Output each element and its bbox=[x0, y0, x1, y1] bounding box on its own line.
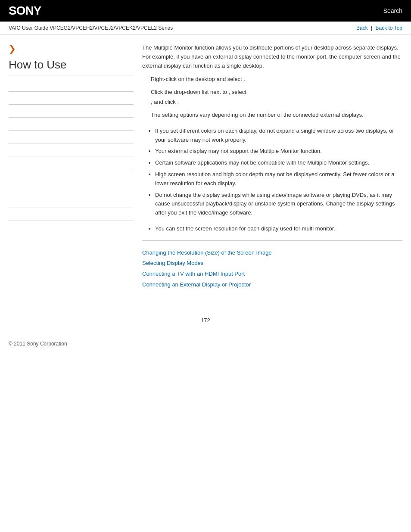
hint-section: You can set the screen resolution for ea… bbox=[142, 224, 402, 233]
sony-logo: SONY bbox=[9, 4, 41, 18]
list-item bbox=[9, 105, 134, 118]
list-item bbox=[9, 118, 134, 131]
footer: © 2011 Sony Corporation bbox=[0, 332, 411, 355]
sidebar-title: How to Use bbox=[9, 58, 134, 75]
notes-section: If you set different colors on each disp… bbox=[142, 127, 402, 218]
search-button[interactable]: Search bbox=[383, 7, 402, 14]
related-links: Changing the Resolution (Size) of the Sc… bbox=[142, 248, 402, 290]
sidebar-arrow: ❯ bbox=[9, 44, 134, 54]
nav-links: Back | Back to Top bbox=[356, 25, 402, 31]
nav-bar: VAIO User Guide VPCEG2/VPCEH2/VPCEJ2/VPC… bbox=[0, 22, 411, 35]
list-item bbox=[9, 195, 134, 208]
note-item: Your external display may not support th… bbox=[155, 147, 402, 156]
divider-bottom bbox=[142, 297, 402, 297]
note-item: If you set different colors on each disp… bbox=[155, 127, 402, 145]
list-item bbox=[9, 169, 134, 182]
hint-item: You can set the screen resolution for ea… bbox=[155, 224, 402, 233]
list-item bbox=[9, 131, 134, 143]
list-item bbox=[9, 182, 134, 195]
intro-text: The Multiple Monitor function allows you… bbox=[142, 44, 402, 70]
related-link-2[interactable]: Selecting Display Modes bbox=[142, 258, 402, 269]
related-link-4[interactable]: Connecting an External Display or Projec… bbox=[142, 280, 402, 290]
copyright-text: © 2011 Sony Corporation bbox=[9, 341, 67, 347]
guide-title: VAIO User Guide VPCEG2/VPCEH2/VPCEJ2/VPC… bbox=[9, 25, 173, 31]
step-1: Right-click on the desktop and select . bbox=[151, 75, 402, 84]
list-item bbox=[9, 143, 134, 156]
list-item bbox=[9, 92, 134, 105]
main-content: ❯ How to Use The Multiple Monitor functi… bbox=[0, 35, 411, 313]
related-link-3[interactable]: Connecting a TV with an HDMI Input Port bbox=[142, 269, 402, 280]
note-item: Certain software applications may not be… bbox=[155, 159, 402, 168]
back-link[interactable]: Back bbox=[356, 25, 368, 31]
step2-text: Click the drop-down list next to , selec… bbox=[151, 89, 246, 95]
step3-text: The setting options vary depending on th… bbox=[151, 112, 364, 118]
related-link-1[interactable]: Changing the Resolution (Size) of the Sc… bbox=[142, 248, 402, 258]
sidebar: ❯ How to Use bbox=[9, 44, 134, 304]
list-item bbox=[9, 79, 134, 92]
list-item bbox=[9, 208, 134, 221]
step1-text: Right-click on the desktop and select . bbox=[151, 76, 245, 82]
note-item: Do not change the display settings while… bbox=[155, 191, 402, 218]
back-to-top-link[interactable]: Back to Top bbox=[376, 25, 402, 31]
step-2: Click the drop-down list next to , selec… bbox=[151, 87, 402, 106]
note-item: High screen resolution and high color de… bbox=[155, 170, 402, 188]
step-3: The setting options vary depending on th… bbox=[151, 110, 402, 120]
header: SONY Search bbox=[0, 0, 411, 22]
content-area: The Multiple Monitor function allows you… bbox=[142, 44, 402, 304]
list-item bbox=[9, 156, 134, 169]
notes-list: If you set different colors on each disp… bbox=[142, 127, 402, 218]
page-number: 172 bbox=[0, 313, 411, 332]
divider bbox=[142, 240, 402, 241]
hint-list: You can set the screen resolution for ea… bbox=[142, 224, 402, 233]
step2b-text: , and click . bbox=[151, 99, 179, 105]
